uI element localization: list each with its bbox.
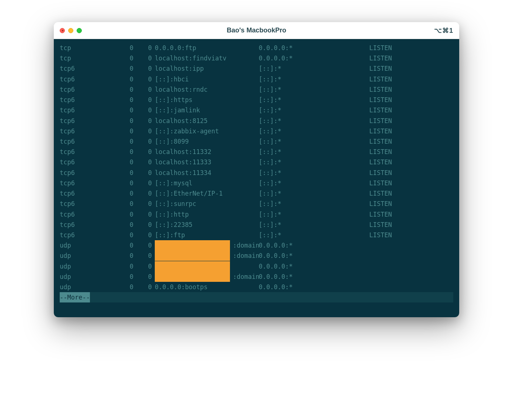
recvq-cell: 0	[108, 53, 144, 63]
recvq-cell: 0	[108, 220, 144, 230]
title-bar: Bao's MacbookPro ⌥⌘1	[54, 22, 459, 39]
netstat-row: tcp600localhost:11333[::]:*LISTEN	[60, 157, 453, 167]
sendq-cell: 0	[144, 188, 152, 199]
foreign-addr-cell: 0.0.0.0:*	[259, 43, 369, 53]
local-addr-suffix	[155, 263, 233, 270]
tab-shortcut-indicator: ⌥⌘1	[434, 27, 453, 35]
more-prompt[interactable]: --More--	[60, 292, 90, 302]
netstat-row: tcp000.0.0.0:ftp0.0.0.0:*LISTEN	[60, 43, 453, 53]
state-cell: LISTEN	[369, 116, 453, 126]
state-cell: LISTEN	[369, 168, 453, 178]
recvq-cell: 0	[108, 74, 144, 84]
close-button[interactable]	[60, 28, 65, 33]
local-addr-cell: localhost:11334	[152, 168, 259, 178]
proto-cell: tcp6	[60, 230, 108, 240]
proto-cell: tcp6	[60, 220, 108, 230]
recvq-cell: 0	[108, 147, 144, 157]
local-addr-cell: localhost:8125	[152, 116, 259, 126]
terminal-body[interactable]: tcp000.0.0.0:ftp0.0.0.0:*LISTENtcp00loca…	[54, 39, 459, 317]
sendq-cell: 0	[144, 220, 152, 230]
recvq-cell: 0	[108, 282, 144, 292]
sendq-cell: 0	[144, 240, 152, 251]
sendq-cell: 0	[144, 84, 152, 95]
sendq-cell: 0	[144, 178, 152, 188]
proto-cell: udp	[60, 272, 108, 282]
state-cell: LISTEN	[369, 188, 453, 199]
proto-cell: tcp6	[60, 74, 108, 84]
recvq-cell: 0	[108, 261, 144, 272]
maximize-button[interactable]	[77, 28, 82, 33]
foreign-addr-cell: [::]:*	[259, 178, 369, 188]
recvq-cell: 0	[108, 272, 144, 282]
local-addr-cell: :domain	[152, 251, 259, 261]
local-addr-cell: localhost:11332	[152, 147, 259, 157]
local-addr-cell: [::]:jamlink	[152, 105, 259, 115]
netstat-row: udp00:domain0.0.0.0:*	[60, 240, 453, 251]
netstat-row: tcp600[::]:hbci[::]:*LISTEN	[60, 74, 453, 84]
state-cell: LISTEN	[369, 209, 453, 220]
foreign-addr-cell: [::]:*	[259, 220, 369, 230]
netstat-row: tcp600[::]:zabbix-agent[::]:*LISTEN	[60, 126, 453, 136]
proto-cell: tcp6	[60, 63, 108, 74]
netstat-row: udp00:domain0.0.0.0:*	[60, 272, 453, 282]
proto-cell: tcp6	[60, 178, 108, 188]
proto-cell: tcp6	[60, 157, 108, 167]
foreign-addr-cell: [::]:*	[259, 63, 369, 74]
proto-cell: tcp6	[60, 136, 108, 147]
netstat-row: tcp600[::]:ftp[::]:*LISTEN	[60, 230, 453, 240]
recvq-cell: 0	[108, 63, 144, 74]
local-addr-cell: [::]:mysql	[152, 178, 259, 188]
foreign-addr-cell: 0.0.0.0:*	[259, 282, 369, 292]
recvq-cell: 0	[108, 84, 144, 95]
local-addr-cell: [::]:ftp	[152, 230, 259, 240]
sendq-cell: 0	[144, 105, 152, 115]
netstat-row: tcp600[::]:jamlink[::]:*LISTEN	[60, 105, 453, 115]
state-cell: LISTEN	[369, 74, 453, 84]
foreign-addr-cell: [::]:*	[259, 147, 369, 157]
local-addr-cell: [::]:hbci	[152, 74, 259, 84]
proto-cell: tcp6	[60, 168, 108, 178]
local-addr-cell: localhost:11333	[152, 157, 259, 167]
foreign-addr-cell: [::]:*	[259, 116, 369, 126]
foreign-addr-cell: [::]:*	[259, 95, 369, 105]
recvq-cell: 0	[108, 168, 144, 178]
state-cell: LISTEN	[369, 105, 453, 115]
sendq-cell: 0	[144, 136, 152, 147]
local-addr-cell: :domain	[152, 272, 259, 282]
state-cell: LISTEN	[369, 95, 453, 105]
recvq-cell: 0	[108, 126, 144, 136]
proto-cell: tcp6	[60, 116, 108, 126]
netstat-row: tcp600localhost:rndc[::]:*LISTEN	[60, 84, 453, 95]
sendq-cell: 0	[144, 209, 152, 220]
state-cell: LISTEN	[369, 84, 453, 95]
netstat-row: tcp600[::]:sunrpc[::]:*LISTEN	[60, 199, 453, 209]
foreign-addr-cell: [::]:*	[259, 74, 369, 84]
netstat-row: udp000.0.0.0:bootps0.0.0.0:*	[60, 282, 453, 292]
state-cell: LISTEN	[369, 147, 453, 157]
state-cell: LISTEN	[369, 136, 453, 147]
state-cell: LISTEN	[369, 178, 453, 188]
proto-cell: udp	[60, 240, 108, 251]
state-cell	[369, 251, 453, 261]
local-addr-cell: localhost:ipp	[152, 63, 259, 74]
netstat-row: tcp600[::]:EtherNet/IP-1[::]:*LISTEN	[60, 188, 453, 199]
netstat-row: udp000.0.0.0:*	[60, 261, 453, 272]
foreign-addr-cell: [::]:*	[259, 105, 369, 115]
local-addr-cell: [::]:22385	[152, 220, 259, 230]
foreign-addr-cell: [::]:*	[259, 188, 369, 199]
recvq-cell: 0	[108, 209, 144, 220]
local-addr-suffix: :domain	[155, 273, 259, 280]
proto-cell: tcp6	[60, 199, 108, 209]
minimize-button[interactable]	[68, 28, 73, 33]
local-addr-cell: [::]:8099	[152, 136, 259, 147]
sendq-cell: 0	[144, 53, 152, 63]
foreign-addr-cell: 0.0.0.0:*	[259, 272, 369, 282]
more-prompt-row[interactable]: --More--	[60, 292, 453, 302]
netstat-row: tcp600localhost:11334[::]:*LISTEN	[60, 168, 453, 178]
proto-cell: tcp6	[60, 126, 108, 136]
recvq-cell: 0	[108, 230, 144, 240]
foreign-addr-cell: [::]:*	[259, 230, 369, 240]
local-addr-cell: [::]:zabbix-agent	[152, 126, 259, 136]
local-addr-cell: [::]:https	[152, 95, 259, 105]
recvq-cell: 0	[108, 157, 144, 167]
